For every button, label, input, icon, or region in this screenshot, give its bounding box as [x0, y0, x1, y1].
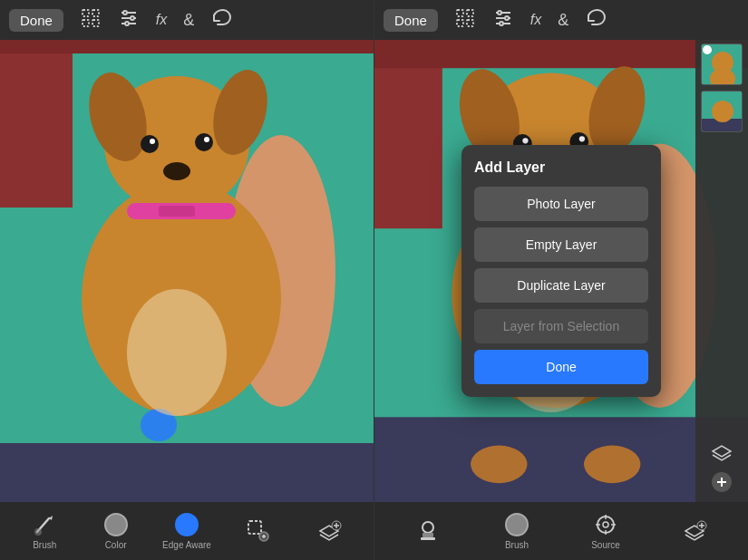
left-toolbar: Done — [0, 0, 374, 40]
svg-point-19 — [150, 139, 155, 144]
stamp-icon — [415, 517, 441, 543]
right-screen: Done fx & — [374, 0, 748, 560]
modal-done-button[interactable]: Done — [474, 350, 648, 384]
svg-point-80 — [603, 522, 608, 527]
right-toolbar: Done fx & — [374, 0, 748, 40]
selection-icon[interactable] — [80, 7, 102, 34]
ampersand-icon[interactable]: & — [183, 11, 194, 30]
right-selection-icon[interactable] — [454, 7, 476, 34]
right-brush-tool[interactable]: Brush — [492, 512, 542, 550]
left-photo-area — [0, 40, 374, 502]
edge-aware-icon — [174, 512, 199, 537]
svg-rect-2 — [83, 20, 89, 26]
stamp-tool[interactable] — [403, 517, 453, 546]
app-container: Done — [0, 0, 748, 560]
left-photo-bg — [0, 40, 374, 502]
add-layer-btn-left[interactable] — [304, 518, 354, 544]
edge-aware-tool[interactable]: Edge Aware — [161, 512, 211, 550]
right-done-button[interactable]: Done — [384, 9, 438, 32]
svg-rect-0 — [83, 10, 89, 16]
svg-rect-77 — [423, 533, 433, 537]
photo-layer-button[interactable]: Photo Layer — [474, 187, 648, 221]
selector-icon — [245, 517, 270, 543]
right-layers-plus-icon — [682, 518, 707, 544]
layers-plus-icon — [316, 518, 342, 544]
source-icon — [593, 512, 618, 537]
svg-point-20 — [195, 133, 213, 151]
fx-icon[interactable]: fx — [156, 12, 167, 28]
svg-point-21 — [204, 137, 209, 142]
layer-from-selection-button: Layer from Selection — [474, 309, 648, 343]
empty-layer-button[interactable]: Empty Layer — [474, 227, 648, 262]
svg-point-29 — [127, 289, 227, 416]
right-photo-area: Add Layer Photo Layer Empty Layer Duplic… — [374, 40, 748, 502]
svg-point-45 — [498, 11, 501, 14]
source-tool[interactable]: Source — [581, 512, 631, 550]
left-screen: Done — [0, 0, 374, 560]
adjustments-icon[interactable] — [118, 7, 140, 34]
svg-point-76 — [423, 522, 433, 533]
right-adjustments-icon[interactable] — [492, 7, 514, 34]
svg-rect-3 — [92, 20, 99, 26]
add-layer-modal: Add Layer Photo Layer Empty Layer Duplic… — [461, 145, 661, 397]
svg-point-9 — [125, 22, 129, 25]
svg-rect-1 — [92, 10, 99, 16]
svg-rect-41 — [467, 20, 473, 26]
svg-rect-38 — [457, 10, 463, 16]
add-layer-modal-overlay: Add Layer Photo Layer Empty Layer Duplic… — [374, 40, 748, 502]
color-icon — [103, 512, 129, 537]
svg-rect-12 — [0, 40, 374, 53]
svg-rect-31 — [248, 521, 261, 534]
brush-label: Brush — [33, 540, 56, 550]
source-label: Source — [591, 540, 620, 550]
edge-aware-label: Edge Aware — [162, 540, 211, 550]
svg-point-30 — [34, 528, 42, 536]
right-ampersand-icon[interactable]: & — [558, 11, 568, 30]
svg-point-7 — [123, 11, 127, 14]
brush-icon — [32, 512, 57, 537]
duplicate-layer-button[interactable]: Duplicate Layer — [474, 268, 648, 303]
svg-point-18 — [141, 135, 159, 153]
right-fx-icon[interactable]: fx — [530, 12, 541, 28]
modal-title: Add Layer — [474, 159, 648, 176]
color-tool[interactable]: Color — [91, 512, 141, 550]
svg-rect-11 — [0, 40, 73, 208]
svg-rect-78 — [421, 537, 435, 540]
left-bottom-toolbar: Brush Color Edge Aware — [0, 502, 374, 560]
brush-tool[interactable]: Brush — [20, 512, 70, 550]
dog-image — [0, 40, 374, 502]
svg-point-8 — [131, 16, 134, 20]
right-brush-label: Brush — [505, 540, 529, 550]
svg-point-47 — [500, 22, 503, 25]
add-layer-btn-bottom-right[interactable] — [670, 518, 720, 544]
svg-point-22 — [163, 162, 190, 180]
color-label: Color — [105, 540, 127, 550]
svg-rect-24 — [159, 206, 195, 217]
svg-rect-28 — [0, 443, 374, 502]
svg-rect-39 — [467, 10, 473, 16]
right-undo-icon[interactable] — [585, 7, 607, 34]
svg-point-46 — [505, 16, 509, 20]
edge-aware-selector[interactable] — [233, 517, 283, 546]
svg-rect-40 — [457, 20, 463, 26]
undo-icon[interactable] — [210, 7, 232, 34]
left-done-button[interactable]: Done — [9, 9, 63, 32]
right-bottom-toolbar: Brush Source — [374, 502, 748, 560]
right-brush-icon — [504, 512, 529, 537]
